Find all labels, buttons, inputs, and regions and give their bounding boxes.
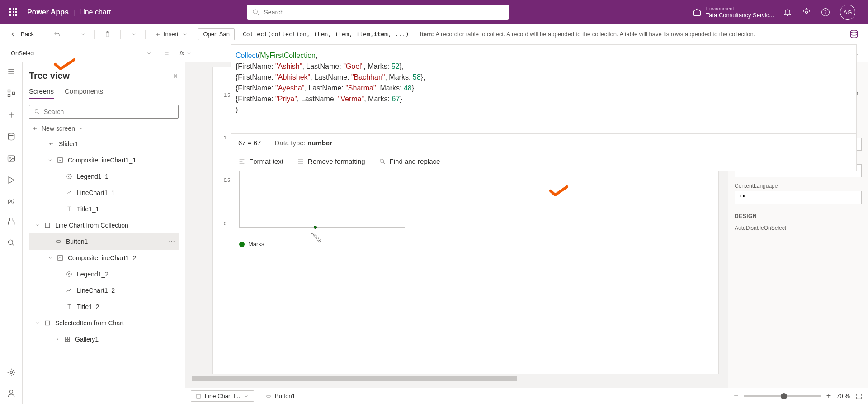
svg-point-6: [851, 30, 858, 33]
close-panel-button[interactable]: [172, 73, 179, 79]
hamburger-icon[interactable]: [7, 67, 16, 76]
data-source-icon[interactable]: [849, 29, 859, 39]
tree-view-panel: Tree view Screens Components New screen …: [23, 62, 185, 404]
zoom-in-button[interactable]: +: [826, 391, 831, 401]
notifications-icon[interactable]: [783, 8, 792, 17]
font-selector[interactable]: Open San: [198, 28, 235, 40]
formula-toolbar: Format text Remove formatting Find and r…: [231, 152, 856, 171]
tree-item-legend1[interactable]: Legend1_1: [29, 168, 179, 185]
settings-rail-icon[interactable]: [7, 368, 16, 377]
y-tick: 0: [224, 221, 226, 226]
tree-item-composite2[interactable]: CompositeLineChart1_2: [29, 250, 179, 266]
tree-item-legend2[interactable]: Legend1_2: [29, 266, 179, 282]
tab-components[interactable]: Components: [65, 87, 103, 99]
tree-item-gallery1[interactable]: Gallery1: [29, 331, 179, 347]
remove-format-icon: [297, 158, 304, 165]
search-rail-icon[interactable]: [7, 238, 16, 247]
search-icon: [34, 109, 40, 115]
item-overflow-icon[interactable]: ⋯: [169, 238, 176, 245]
result-expression: 67 = 67: [238, 138, 261, 148]
environment-icon: [693, 8, 702, 17]
tree-item-slider[interactable]: Slider1: [29, 136, 179, 152]
find-replace-button[interactable]: Find and replace: [379, 156, 440, 167]
formula-editor[interactable]: Collect(MyFirstCollection, {FirstName: "…: [231, 44, 857, 171]
param-description: A record or table to collect. A record w…: [436, 31, 755, 38]
clipboard-icon: [104, 31, 111, 38]
fx-button[interactable]: fx: [175, 44, 196, 62]
chevron-down-icon: [48, 158, 52, 162]
media-icon[interactable]: [7, 154, 16, 163]
tree-title: Tree view: [29, 71, 70, 81]
user-avatar[interactable]: AG: [840, 5, 855, 20]
formula-result-row: 67 = 67 Data type: number: [231, 133, 856, 152]
svg-rect-34: [197, 394, 200, 398]
undo-button[interactable]: [51, 29, 63, 40]
variables-icon[interactable]: (x): [8, 197, 14, 204]
tree-item-screen-linecoll[interactable]: Line Chart from Collection: [29, 217, 179, 233]
chevron-down-icon: [35, 321, 40, 325]
tree-item-button1[interactable]: Button1⋯: [29, 233, 179, 250]
fit-to-screen-icon[interactable]: [855, 393, 863, 400]
app-launcher[interactable]: [5, 8, 23, 16]
app-name: Power Apps: [27, 8, 69, 16]
tree-search-input[interactable]: [44, 108, 174, 115]
paste-button[interactable]: [101, 29, 114, 40]
chevron-right-icon: [55, 337, 60, 342]
legend-icon: [66, 173, 72, 180]
formula-code[interactable]: Collect(MyFirstCollection, {FirstName: "…: [231, 45, 856, 133]
param-name: item:: [420, 31, 434, 38]
settings-icon[interactable]: [802, 8, 811, 17]
chart-icon: [57, 157, 63, 163]
power-automate-icon[interactable]: [7, 176, 16, 185]
back-label: Back: [21, 31, 34, 38]
back-button[interactable]: Back: [9, 30, 34, 38]
screen-icon: [44, 222, 51, 228]
tree-view-icon[interactable]: [7, 89, 16, 98]
format-text-button[interactable]: Format text: [238, 156, 283, 167]
global-search[interactable]: [247, 5, 509, 20]
insert-button[interactable]: Insert: [155, 31, 188, 38]
svg-line-16: [12, 244, 14, 246]
property-selector[interactable]: OnSelect: [0, 44, 158, 62]
tree-item-composite1[interactable]: CompositeLineChart1_1: [29, 152, 179, 168]
search-input[interactable]: [264, 9, 504, 16]
remove-formatting-button[interactable]: Remove formatting: [297, 156, 365, 167]
breadcrumb-control[interactable]: Button1: [261, 391, 300, 401]
line-chart-icon: [66, 287, 72, 294]
zoom-out-button[interactable]: −: [734, 391, 739, 401]
svg-point-18: [9, 390, 13, 393]
status-bar: Line Chart f... Button1 − + 70 %: [185, 388, 868, 404]
environment-picker[interactable]: Environment Tata Consultancy Servic...: [693, 6, 774, 19]
waffle-icon: [9, 8, 18, 16]
insert-label: Insert: [164, 31, 179, 38]
data-type-label: Data type:: [274, 139, 305, 147]
data-icon[interactable]: [7, 132, 16, 141]
top-header: Power Apps | Line chart Environment Tata…: [0, 0, 868, 24]
ask-virtual-agent-icon[interactable]: [7, 389, 16, 398]
tree-item-linechart2[interactable]: LineChart1_2: [29, 282, 179, 299]
horizontal-scrollbar[interactable]: [185, 375, 728, 382]
svg-rect-33: [68, 340, 70, 342]
zoom-slider[interactable]: [744, 395, 821, 397]
screen-icon: [44, 320, 51, 326]
search-icon: [252, 9, 259, 16]
tree-item-linechart1[interactable]: LineChart1_1: [29, 185, 179, 201]
tree-item-screen-selected[interactable]: SelectedItem from Chart: [29, 315, 179, 331]
tree-item-title1[interactable]: Title1_1: [29, 201, 179, 217]
format-icon: [238, 158, 245, 165]
add-icon[interactable]: [7, 110, 16, 119]
chart-legend: Marks: [239, 241, 264, 247]
contentlang-prop-input[interactable]: [735, 191, 862, 204]
signature-post: , ...): [388, 31, 409, 38]
tree-search[interactable]: [29, 105, 179, 119]
zoom-controls: − + 70 %: [734, 391, 863, 401]
help-icon[interactable]: [821, 8, 830, 17]
undo-menu-button[interactable]: [76, 30, 88, 38]
tree-item-title2[interactable]: Title1_2: [29, 299, 179, 315]
new-screen-button[interactable]: New screen: [32, 125, 179, 132]
advanced-tools-icon[interactable]: [7, 217, 16, 226]
breadcrumb-screen[interactable]: Line Chart f...: [191, 390, 254, 402]
paste-menu-button[interactable]: [127, 30, 139, 38]
svg-line-1: [257, 13, 259, 15]
tab-screens[interactable]: Screens: [29, 87, 54, 99]
